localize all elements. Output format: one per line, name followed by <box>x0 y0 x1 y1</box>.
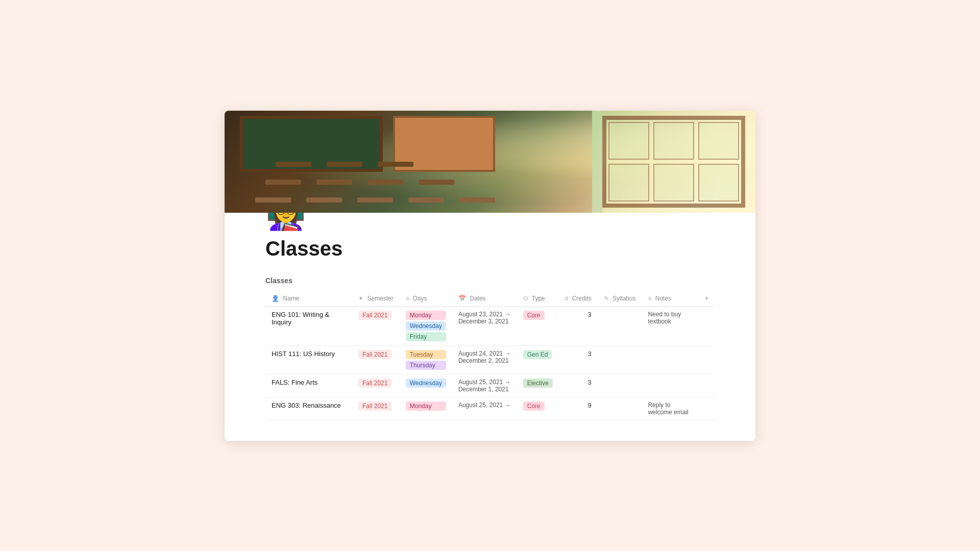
cell-notes <box>642 374 699 397</box>
cell-notes <box>642 345 699 374</box>
col-header-days[interactable]: ≡ Days <box>400 291 452 307</box>
syllabus-col-icon: ✎ <box>604 295 609 302</box>
cell-semester: Fall 2021 <box>352 345 400 374</box>
page-container: 👩‍🏫 Classes Classes 👤 Name ✦ Semester <box>225 111 755 441</box>
cell-name: FALS: Fine Arts <box>265 374 352 397</box>
cell-days: Wednesday <box>400 374 452 397</box>
cell-dates: August 25, 2021 →December 1, 2021 <box>452 374 517 397</box>
cell-credits: 3 <box>559 374 598 397</box>
col-header-notes[interactable]: ≡ Notes <box>642 291 699 307</box>
col-header-dates[interactable]: 📅 Dates <box>452 291 517 307</box>
cell-syllabus <box>598 306 642 345</box>
table-row[interactable]: ENG 101: Writing & InquiryFall 2021Monda… <box>265 306 715 345</box>
cell-syllabus <box>598 374 642 397</box>
classes-table-wrapper: 👤 Name ✦ Semester ≡ Days 📅 <box>265 291 715 420</box>
cell-days: MondayWednesdayFriday <box>400 306 452 345</box>
cell-add <box>699 306 715 345</box>
page-title: Classes <box>265 237 715 260</box>
cell-type: Core <box>517 397 559 420</box>
table-row[interactable]: ENG 303: RenaissanceFall 2021MondayAugus… <box>265 397 715 420</box>
cell-semester: Fall 2021 <box>352 397 400 420</box>
cell-semester: Fall 2021 <box>352 374 400 397</box>
page-body: 👩‍🏫 Classes Classes 👤 Name ✦ Semester <box>225 196 755 441</box>
semester-col-icon: ✦ <box>358 295 363 302</box>
cell-name: ENG 101: Writing & Inquiry <box>265 306 352 345</box>
cell-type: Elective <box>517 374 559 397</box>
cell-credits: 3 <box>559 345 598 374</box>
cell-credits: 3 <box>559 306 598 345</box>
notes-col-icon: ≡ <box>648 295 651 302</box>
cell-notes: Need to buy textbook <box>642 306 699 345</box>
classes-table: 👤 Name ✦ Semester ≡ Days 📅 <box>265 291 715 420</box>
col-header-name[interactable]: 👤 Name <box>265 291 352 307</box>
cell-dates: August 23, 2021 →December 3, 2021 <box>452 306 517 345</box>
window-area <box>592 111 755 213</box>
cell-dates: August 24, 2021 →December 2, 2021 <box>452 345 517 374</box>
col-header-type[interactable]: ⊙ Type <box>517 291 559 307</box>
cover-image <box>225 111 755 213</box>
cell-type: Core <box>517 306 559 345</box>
section-label: Classes <box>265 277 715 285</box>
cell-days: Monday <box>400 397 452 420</box>
cell-dates: August 25, 2021 → <box>452 397 517 420</box>
cell-add <box>699 345 715 374</box>
cell-add <box>699 374 715 397</box>
add-column-button[interactable]: + <box>699 291 715 307</box>
cell-syllabus <box>598 397 642 420</box>
type-col-icon: ⊙ <box>523 295 528 302</box>
cell-credits: 9 <box>559 397 598 420</box>
cell-days: TuesdayThursday <box>400 345 452 374</box>
cell-type: Gen Ed <box>517 345 559 374</box>
window-frame <box>602 116 745 208</box>
col-header-semester[interactable]: ✦ Semester <box>352 291 400 307</box>
dates-col-icon: 📅 <box>458 295 466 302</box>
cell-semester: Fall 2021 <box>352 306 400 345</box>
cell-notes: Reply to welcome email <box>642 397 699 420</box>
table-row[interactable]: FALS: Fine ArtsFall 2021WednesdayAugust … <box>265 374 715 397</box>
col-header-syllabus[interactable]: ✎ Syllabus <box>598 291 642 307</box>
cell-add <box>699 397 715 420</box>
cell-name: ENG 303: Renaissance <box>265 397 352 420</box>
cell-syllabus <box>598 345 642 374</box>
days-col-icon: ≡ <box>406 295 409 302</box>
cell-name: HIST 111: US History <box>265 345 352 374</box>
name-col-icon: 👤 <box>272 295 279 302</box>
table-row[interactable]: HIST 111: US HistoryFall 2021TuesdayThur… <box>265 345 715 374</box>
col-header-credits[interactable]: # Credits <box>559 291 598 307</box>
credits-col-icon: # <box>565 295 569 302</box>
table-header-row: 👤 Name ✦ Semester ≡ Days 📅 <box>265 291 715 307</box>
